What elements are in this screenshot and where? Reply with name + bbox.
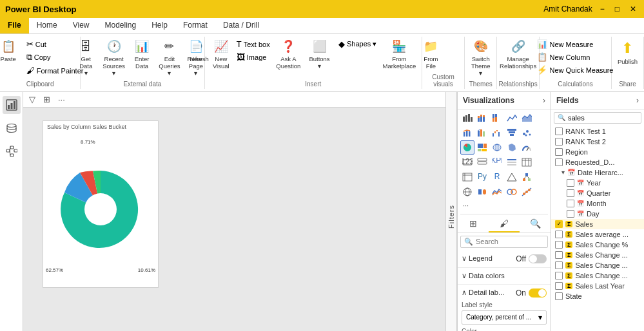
format-tab-format[interactable]: 🖌 (489, 216, 520, 232)
new-measure-button[interactable]: 📊 New Measure (534, 38, 596, 50)
field-checkbox-day[interactable] (567, 210, 574, 218)
tab-help[interactable]: Help (144, 18, 175, 33)
get-data-button[interactable]: 🗄 GetData ▾ (74, 38, 97, 79)
viz-area-chart[interactable] (520, 111, 534, 125)
recent-sources-button[interactable]: 🕐 RecentSources ▾ (99, 38, 129, 79)
viz-custom2[interactable] (475, 185, 489, 199)
viz-python[interactable]: Py (475, 170, 489, 184)
viz-panel-expand[interactable]: › (543, 96, 545, 105)
switch-theme-button[interactable]: 🎨 SwitchTheme ▾ (468, 38, 494, 79)
minimize-button[interactable]: − (598, 5, 607, 14)
field-item-year[interactable]: 📅 Year (551, 178, 644, 188)
field-item-sales-change-pct[interactable]: Σ Sales Change % (551, 240, 644, 250)
viz-filled-map[interactable] (505, 140, 519, 155)
sidebar-model-icon[interactable] (3, 142, 21, 160)
field-checkbox-sales-pct[interactable] (555, 241, 563, 249)
tab-modeling[interactable]: Modeling (97, 18, 144, 33)
viz-funnel[interactable] (505, 126, 519, 140)
field-item-day[interactable]: 📅 Day (551, 209, 644, 219)
field-item-rank-test-1[interactable]: RANK Test 1 (551, 126, 644, 137)
field-checkbox-region[interactable] (555, 148, 563, 156)
viz-waterfall[interactable] (490, 126, 504, 140)
viz-slicer[interactable] (505, 155, 519, 169)
tab-home[interactable]: Home (29, 18, 65, 33)
buttons-button[interactable]: ⬜ Buttons ▾ (304, 38, 335, 71)
field-item-region[interactable]: Region (551, 147, 644, 157)
new-quick-measure-button[interactable]: ⚡ New Quick Measure (534, 64, 616, 76)
viz-globe[interactable] (460, 185, 474, 199)
tab-view[interactable]: View (65, 18, 97, 33)
viz-custom[interactable] (505, 170, 519, 184)
field-item-requested-d[interactable]: Requested_D... (551, 157, 644, 167)
more-toolbar-icon[interactable]: ··· (56, 93, 67, 106)
field-checkbox-requested[interactable] (555, 158, 563, 166)
from-marketplace-button[interactable]: 🏪 FromMarketplace (380, 38, 418, 71)
paste-button[interactable]: 📋 Paste (0, 38, 23, 64)
publish-button[interactable]: ⬆ Publish (614, 38, 641, 68)
tab-data-drill[interactable]: Data / Drill (215, 18, 267, 33)
format-tab-analytics[interactable]: 🔍 (520, 216, 551, 232)
viz-custom3[interactable] (490, 185, 504, 199)
viz-stacked-bar[interactable] (475, 111, 489, 125)
format-tab-fields[interactable]: ⊞ (458, 216, 489, 232)
fields-search-input[interactable] (568, 114, 644, 122)
field-checkbox-rank1[interactable] (555, 128, 563, 135)
field-checkbox-state[interactable] (555, 292, 563, 300)
edit-queries-button[interactable]: ✏ EditQueries ▾ (155, 38, 184, 79)
sidebar-data-icon[interactable] (3, 119, 21, 137)
fields-panel-expand[interactable]: › (636, 96, 639, 105)
viz-100-bar[interactable] (490, 111, 504, 125)
field-item-quarter[interactable]: 📅 Quarter (551, 188, 644, 198)
viz-bar-chart[interactable] (460, 111, 474, 125)
new-column-button[interactable]: 📋 New Column (534, 51, 592, 63)
viz-table[interactable] (520, 155, 534, 169)
shapes-button[interactable]: ◆ Shapes ▾ (336, 38, 379, 50)
manage-relationships-button[interactable]: 🔗 ManageRelationships (496, 38, 540, 71)
filters-panel[interactable]: Filters (445, 92, 457, 331)
enter-data-button[interactable]: 📊 EnterData (130, 38, 153, 71)
viz-pie-chart[interactable] (460, 140, 474, 155)
detail-labels-header[interactable]: ∧ Detail lab... On (462, 287, 547, 299)
field-item-state[interactable]: State (551, 291, 644, 301)
tab-format[interactable]: Format (175, 18, 215, 33)
field-checkbox-quarter[interactable] (567, 189, 574, 197)
viz-kpi[interactable]: KPI (490, 155, 504, 169)
viz-custom5[interactable] (520, 185, 534, 199)
field-checkbox-year[interactable] (567, 179, 574, 187)
field-item-sales[interactable]: Σ Sales (551, 219, 644, 229)
viz-matrix[interactable] (460, 170, 474, 184)
field-checkbox-sales-c2[interactable] (555, 261, 563, 269)
viz-more-button[interactable]: ··· (460, 201, 471, 210)
field-checkbox-rank2[interactable] (555, 138, 563, 146)
field-item-rank-test-2[interactable]: RANK Test 2 (551, 137, 644, 147)
detail-labels-toggle[interactable] (529, 288, 547, 298)
field-item-sales-change-2[interactable]: Σ Sales Change ... (551, 260, 644, 270)
legend-toggle[interactable] (529, 254, 547, 263)
filter-toolbar-icon[interactable]: ▽ (27, 93, 37, 106)
viz-scatter[interactable] (520, 126, 534, 140)
field-checkbox-month[interactable] (567, 200, 574, 207)
text-box-button[interactable]: T Text box (234, 38, 273, 50)
field-item-sales-change-3[interactable]: Σ Sales Change ... (551, 270, 644, 281)
viz-gauge[interactable] (520, 140, 534, 155)
field-item-sales-change-1[interactable]: Σ Sales Change ... (551, 250, 644, 260)
visual-container[interactable]: Sales by Column Sales Bucket (43, 120, 159, 288)
new-page-button[interactable]: 📄 NewPage ▾ (184, 38, 208, 79)
viz-treemap[interactable] (475, 140, 489, 155)
field-checkbox-sales[interactable] (555, 220, 563, 228)
viz-card[interactable]: 123 (460, 155, 474, 169)
field-checkbox-sales-c3[interactable] (555, 272, 563, 279)
field-item-sales-avg[interactable]: Σ Sales average ... (551, 229, 644, 240)
viz-ribbon[interactable] (475, 126, 489, 140)
viz-line-chart[interactable] (505, 111, 519, 125)
ask-question-button[interactable]: ❓ Ask AQuestion (274, 38, 303, 71)
viz-decomp[interactable] (520, 170, 534, 184)
field-checkbox-sales-ly[interactable] (555, 282, 563, 290)
field-group-date-hierarchy[interactable]: ▾ 📅 Date Hierarc... (551, 167, 644, 178)
field-checkbox-sales-avg[interactable] (555, 231, 563, 238)
table-toolbar-icon[interactable]: ⊞ (41, 93, 52, 106)
sidebar-report-icon[interactable] (3, 96, 21, 114)
close-button[interactable]: ✕ (627, 5, 639, 14)
viz-map[interactable] (490, 140, 504, 155)
field-item-month[interactable]: 📅 Month (551, 198, 644, 209)
